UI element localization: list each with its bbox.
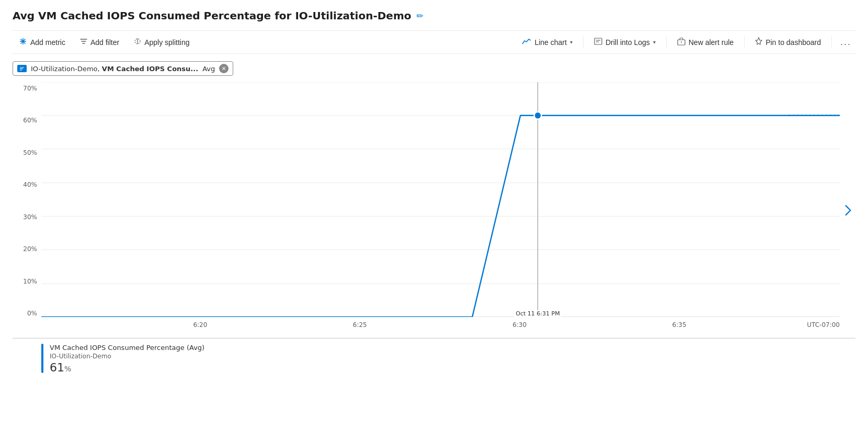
toolbar-right: Line chart ▾ Drill into Logs ▾ [516,34,855,50]
expand-arrow[interactable] [841,203,855,218]
divider-1 [583,36,584,49]
x-label-620: 6:20 [193,321,207,329]
chart-legend: VM Cached IOPS Consumed Percentage (Avg)… [13,344,855,374]
drill-into-logs-button[interactable]: Drill into Logs ▾ [588,35,662,50]
y-label-40: 40% [23,181,37,188]
svg-rect-6 [595,38,602,44]
add-filter-label: Add filter [90,38,119,47]
new-alert-rule-button[interactable]: New alert rule [671,35,740,50]
splitting-icon [134,38,141,47]
filter-icon [80,38,87,47]
legend-metric-name: VM Cached IOPS Consumed Percentage (Avg) [50,344,204,352]
y-label-30: 30% [23,213,37,221]
y-label-60: 60% [23,117,37,124]
apply-splitting-button[interactable]: Apply splitting [128,35,196,50]
legend-resource: IO-Utilization-Demo [50,353,204,360]
more-options-label: ... [840,37,851,48]
y-label-50: 50% [23,149,37,156]
chart-container: 70% 60% 50% 40% 30% 20% 10% 0% [13,82,855,338]
metric-tag-close-button[interactable]: ✕ [219,64,229,73]
vm-icon [17,65,27,72]
x-axis: 6:20 6:25 6:30 6:35 UTC-07:00 [41,318,840,338]
edit-icon[interactable]: ✏ [416,11,423,21]
metric-tag: IO-Utilization-Demo, VM Cached IOPS Cons… [13,61,233,76]
divider-3 [744,36,745,49]
drill-logs-chevron: ▾ [653,39,656,45]
metric-tag-row: IO-Utilization-Demo, VM Cached IOPS Cons… [13,61,855,76]
metric-tag-metric: VM Cached IOPS Consu... [102,65,198,73]
divider-2 [666,36,667,49]
new-alert-rule-label: New alert rule [689,38,734,47]
line-chart-chevron: ▾ [570,39,573,45]
x-label-630: 6:30 [512,321,527,329]
pin-icon [755,37,762,47]
y-label-70: 70% [23,85,37,92]
drill-logs-icon [594,38,602,47]
y-label-10: 10% [23,278,37,285]
y-label-0: 0% [27,310,37,317]
metric-tag-name: IO-Utilization-Demo, VM Cached IOPS Cons… [31,65,198,73]
line-chart-label: Line chart [534,38,566,47]
add-metric-label: Add metric [30,38,65,47]
line-chart-icon [522,38,531,47]
legend-value: 61% [50,361,204,374]
line-chart-button[interactable]: Line chart ▾ [516,35,578,50]
metric-tag-agg: Avg [202,65,215,73]
pin-to-dashboard-button[interactable]: Pin to dashboard [749,34,827,50]
toolbar-left: Add metric Add filter Apply splitting [13,34,516,50]
drill-into-logs-label: Drill into Logs [606,38,650,47]
legend-value-unit: % [64,365,71,373]
apply-splitting-label: Apply splitting [144,38,189,47]
page-title: Avg VM Cached IOPS Consumed Percentage f… [13,9,411,22]
x-label-625: 6:25 [353,321,367,329]
add-metric-icon [19,37,27,47]
pin-to-dashboard-label: Pin to dashboard [766,38,821,47]
chart-svg [41,82,840,317]
x-label-635: 6:35 [672,321,687,329]
add-metric-button[interactable]: Add metric [13,34,72,50]
title-row: Avg VM Cached IOPS Consumed Percentage f… [13,9,855,22]
divider-4 [831,36,832,49]
add-filter-button[interactable]: Add filter [74,35,125,50]
svg-point-24 [534,112,542,119]
more-options-button[interactable]: ... [836,35,855,50]
alert-icon [677,38,686,47]
legend-color-bar [41,344,43,373]
tooltip-label: Oct 11 6:31 PM [515,310,561,317]
y-label-20: 20% [23,245,37,253]
x-label-tz: UTC-07:00 [807,321,840,329]
toolbar: Add metric Add filter Apply splitting [13,30,855,54]
legend-text: VM Cached IOPS Consumed Percentage (Avg)… [50,344,204,374]
chart-plot: Oct 11 6:31 PM [41,82,840,317]
y-axis: 70% 60% 50% 40% 30% 20% 10% 0% [13,82,41,317]
